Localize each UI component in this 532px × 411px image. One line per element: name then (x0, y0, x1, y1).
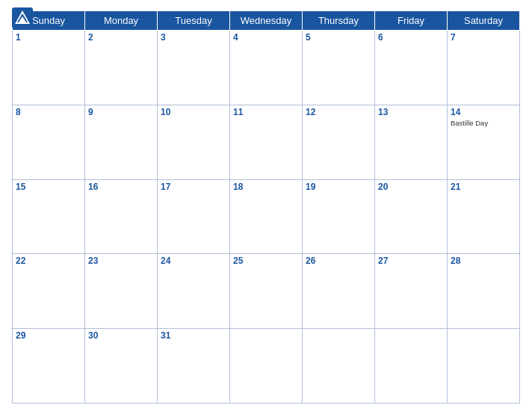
calendar-container: SundayMondayTuesdayWednesdayThursdayFrid… (0, 0, 532, 411)
day-number: 23 (88, 256, 154, 266)
calendar-cell: 3 (158, 31, 230, 105)
day-header-thursday: Thursday (303, 11, 375, 31)
week-row-5: 293031 (13, 329, 520, 404)
day-number: 19 (306, 182, 371, 192)
calendar-cell: 10 (158, 105, 230, 179)
logo-area (12, 7, 35, 28)
calendar-header: SundayMondayTuesdayWednesdayThursdayFrid… (13, 11, 520, 31)
days-of-week-row: SundayMondayTuesdayWednesdayThursdayFrid… (13, 11, 520, 31)
day-number: 25 (233, 256, 299, 266)
week-row-4: 22232425262728 (13, 254, 520, 329)
day-header-friday: Friday (375, 11, 448, 31)
calendar-cell (375, 329, 448, 404)
day-number: 16 (88, 182, 154, 192)
calendar-cell: 2 (85, 31, 158, 105)
day-number: 15 (16, 182, 81, 192)
day-number: 5 (306, 32, 371, 43)
day-number: 11 (233, 107, 299, 117)
calendar-cell: 26 (303, 254, 375, 329)
calendar-cell: 7 (448, 31, 520, 105)
calendar-cell: 27 (375, 254, 448, 329)
calendar-cell: 21 (448, 179, 520, 254)
calendar-cell: 22 (13, 254, 85, 329)
calendar-cell: 29 (13, 329, 85, 404)
calendar-cell: 5 (303, 31, 375, 105)
day-number: 7 (451, 32, 516, 43)
day-number: 28 (451, 256, 516, 266)
calendar-cell: 6 (375, 31, 448, 105)
day-number: 22 (16, 256, 81, 266)
calendar-cell: 24 (158, 254, 230, 329)
day-number: 21 (451, 182, 516, 192)
week-row-2: 891011121314Bastille Day (13, 105, 520, 179)
day-number: 6 (378, 32, 444, 43)
day-number: 30 (88, 330, 154, 341)
day-number: 14 (451, 107, 516, 117)
day-number: 24 (161, 256, 226, 266)
day-number: 8 (16, 107, 81, 117)
calendar-cell: 31 (158, 329, 230, 404)
calendar-cell: 25 (230, 254, 303, 329)
day-number: 4 (233, 32, 299, 43)
week-row-1: 1234567 (13, 31, 520, 105)
calendar-cell: 30 (85, 329, 158, 404)
calendar-cell: 13 (375, 105, 448, 179)
day-header-saturday: Saturday (448, 11, 520, 31)
calendar-cell: 11 (230, 105, 303, 179)
day-number: 13 (378, 107, 444, 117)
calendar-table: SundayMondayTuesdayWednesdayThursdayFrid… (12, 10, 520, 404)
day-number: 26 (306, 256, 371, 266)
day-number: 2 (88, 32, 154, 43)
day-number: 31 (161, 330, 226, 341)
calendar-cell: 14Bastille Day (448, 105, 520, 179)
calendar-body: 1234567891011121314Bastille Day151617181… (13, 31, 520, 404)
calendar-cell: 4 (230, 31, 303, 105)
calendar-cell (230, 329, 303, 404)
day-number: 17 (161, 182, 226, 192)
calendar-cell: 17 (158, 179, 230, 254)
day-number: 10 (161, 107, 226, 117)
event-label: Bastille Day (451, 119, 516, 127)
calendar-cell: 12 (303, 105, 375, 179)
calendar-cell: 23 (85, 254, 158, 329)
day-number: 18 (233, 182, 299, 192)
day-number: 1 (16, 32, 81, 43)
day-number: 27 (378, 256, 444, 266)
calendar-cell: 9 (85, 105, 158, 179)
day-header-tuesday: Tuesday (158, 11, 230, 31)
calendar-cell (303, 329, 375, 404)
day-number: 3 (161, 32, 226, 43)
calendar-cell: 16 (85, 179, 158, 254)
day-number: 29 (16, 330, 81, 341)
calendar-cell: 28 (448, 254, 520, 329)
generalblue-logo-icon (12, 7, 33, 28)
calendar-cell: 8 (13, 105, 85, 179)
calendar-cell: 18 (230, 179, 303, 254)
day-number: 20 (378, 182, 444, 192)
calendar-cell (448, 329, 520, 404)
calendar-cell: 19 (303, 179, 375, 254)
day-header-wednesday: Wednesday (230, 11, 303, 31)
calendar-cell: 15 (13, 179, 85, 254)
day-number: 9 (88, 107, 154, 117)
day-header-monday: Monday (85, 11, 158, 31)
calendar-cell: 20 (375, 179, 448, 254)
week-row-3: 15161718192021 (13, 179, 520, 254)
calendar-cell: 1 (13, 31, 85, 105)
day-number: 12 (306, 107, 371, 117)
